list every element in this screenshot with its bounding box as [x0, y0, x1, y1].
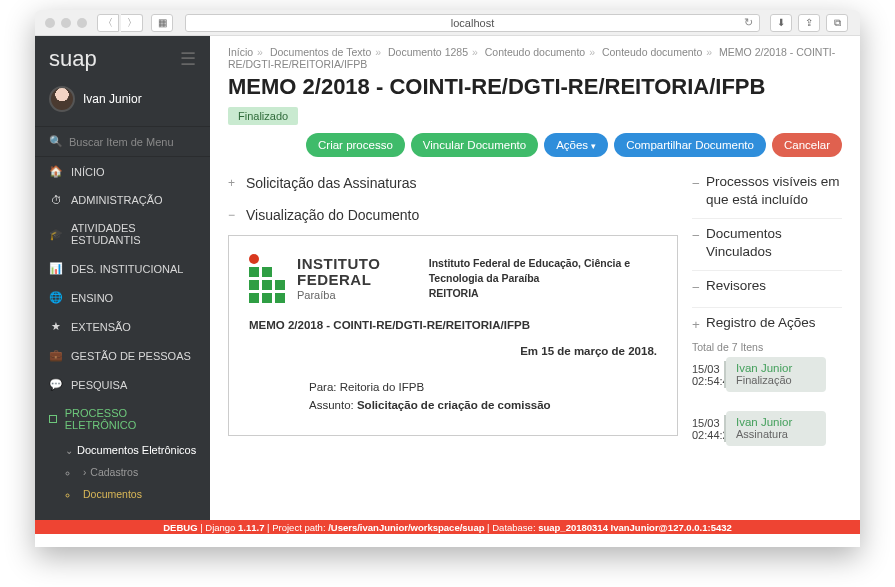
sidebar-item-processo[interactable]: PROCESSO ELETRÔNICO [35, 399, 210, 439]
section-assinaturas[interactable]: + Solicitação das Assinaturas [228, 167, 678, 199]
minus-icon: − [692, 175, 700, 193]
side-registro[interactable]: +Registro de Ações [692, 314, 842, 334]
log-item: 15/03 02:44:28 Ivan Junior Assinatura [692, 413, 842, 445]
caret-down-icon: ▾ [591, 141, 596, 151]
browser-toolbar: 〈 〉 ▦ localhost ↻ ⬇ ⇪ ⧉ [35, 10, 860, 36]
doc-para-to: Para: Reitoria do IFPB [249, 381, 657, 393]
minus-icon: − [692, 227, 700, 245]
share-button[interactable]: ⇪ [798, 14, 820, 32]
side-processos[interactable]: −Processos visíveis em que está incluído [692, 173, 842, 208]
search-icon: 🔍 [49, 135, 63, 148]
chart-icon: 📊 [49, 262, 63, 275]
plus-icon: + [228, 176, 238, 190]
globe-icon: 🌐 [49, 291, 63, 304]
chevron-down-icon: ⌄ [65, 445, 73, 456]
app-logo: suap [49, 46, 97, 72]
sidebar-sub-cadastros[interactable]: ›Cadastros [79, 461, 210, 483]
institute-logo-icon [249, 254, 285, 303]
document-preview: INSTITUTO FEDERAL Paraíba Instituto Fede… [228, 235, 678, 436]
chat-icon: 💬 [49, 378, 63, 391]
search-input[interactable]: 🔍 Buscar Item de Menu [35, 126, 210, 157]
address-bar[interactable]: localhost ↻ [185, 14, 760, 32]
vincular-documento-button[interactable]: Vincular Documento [411, 133, 538, 157]
sidebar-item-pesquisa[interactable]: 💬PESQUISA [35, 370, 210, 399]
user-name: Ivan Junior [83, 92, 142, 106]
avatar [49, 86, 75, 112]
search-placeholder: Buscar Item de Menu [69, 136, 174, 148]
crumb[interactable]: Conteudo documento [602, 46, 702, 58]
sidebar: suap ☰ Ivan Junior 🔍 Buscar Item de Menu… [35, 36, 210, 526]
forward-button[interactable]: 〉 [121, 14, 143, 32]
star-icon: ★ [49, 320, 63, 333]
crumb[interactable]: Documento 1285 [388, 46, 468, 58]
doc-assunto: Assunto: Solicitação de criação de comis… [249, 399, 657, 411]
chevron-right-icon: › [83, 467, 86, 478]
doc-title: MEMO 2/2018 - COINTI-RE/DGTI-RE/REITORIA… [249, 319, 657, 331]
crumb[interactable]: Conteudo documento [485, 46, 585, 58]
minus-icon: − [228, 208, 238, 222]
crumb[interactable]: Documentos de Texto [270, 46, 371, 58]
side-revisores[interactable]: −Revisores [692, 277, 842, 297]
sidebar-item-atividades[interactable]: 🎓ATIVIDADES ESTUDANTIS [35, 214, 210, 254]
plus-icon: + [692, 316, 700, 334]
log-tooltip: Ivan Junior Assinatura [726, 411, 826, 446]
cancelar-button[interactable]: Cancelar [772, 133, 842, 157]
crumb[interactable]: Início [228, 46, 253, 58]
minus-icon: − [692, 279, 700, 297]
download-button[interactable]: ⬇ [770, 14, 792, 32]
user-menu[interactable]: Ivan Junior [35, 80, 210, 126]
section-visualizacao[interactable]: − Visualização do Documento [228, 199, 678, 231]
sidebar-item-des[interactable]: 📊DES. INSTITUCIONAL [35, 254, 210, 283]
case-icon: 💼 [49, 349, 63, 362]
acoes-dropdown[interactable]: Ações▾ [544, 133, 608, 157]
side-total: Total de 7 Itens [692, 333, 842, 359]
status-badge: Finalizado [228, 107, 298, 125]
sidebar-item-gestao[interactable]: 💼GESTÃO DE PESSOAS [35, 341, 210, 370]
url-text: localhost [451, 17, 494, 29]
home-icon: 🏠 [49, 165, 63, 178]
sidebar-toggle-button[interactable]: ▦ [151, 14, 173, 32]
sidebar-item-admin[interactable]: ⏱ADMINISTRAÇÃO [35, 186, 210, 214]
institute-desc: Instituto Federal de Educação, Ciência e… [429, 256, 657, 285]
reload-icon[interactable]: ↻ [744, 16, 753, 29]
back-button[interactable]: 〈 [97, 14, 119, 32]
square-icon [49, 415, 57, 423]
sidebar-item-ensino[interactable]: 🌐ENSINO [35, 283, 210, 312]
side-vinculados[interactable]: −Documentos Vinculados [692, 225, 842, 260]
sidebar-sub-documentos[interactable]: Documentos [79, 483, 210, 505]
main-content: Início» Documentos de Texto» Documento 1… [210, 36, 860, 526]
breadcrumb: Início» Documentos de Texto» Documento 1… [210, 36, 860, 72]
criar-processo-button[interactable]: Criar processo [306, 133, 405, 157]
tabs-button[interactable]: ⧉ [826, 14, 848, 32]
menu-icon[interactable]: ☰ [180, 48, 196, 70]
sidebar-item-inicio[interactable]: 🏠INÍCIO [35, 157, 210, 186]
sidebar-item-extensao[interactable]: ★EXTENSÃO [35, 312, 210, 341]
institute-sub: Paraíba [297, 289, 415, 301]
institute-unit: REITORIA [429, 286, 657, 301]
grad-icon: 🎓 [49, 228, 63, 241]
sidebar-sub-documentos-eletronicos[interactable]: ⌄Documentos Eletrônicos [61, 439, 210, 461]
log-tooltip: Ivan Junior Finalização [726, 357, 826, 392]
debug-bar: DEBUG | Django 1.11.7 | Project path: /U… [35, 520, 860, 534]
window-controls[interactable] [45, 18, 87, 28]
compartilhar-button[interactable]: Compartilhar Documento [614, 133, 766, 157]
page-title: MEMO 2/2018 - COINTI-RE/DGTI-RE/REITORIA… [210, 72, 860, 106]
doc-date: Em 15 de março de 2018. [249, 345, 657, 357]
institute-name: INSTITUTO FEDERAL [297, 256, 415, 289]
log-item: 15/03 02:54:45 Ivan Junior Finalização [692, 359, 842, 391]
clock-icon: ⏱ [49, 194, 63, 206]
